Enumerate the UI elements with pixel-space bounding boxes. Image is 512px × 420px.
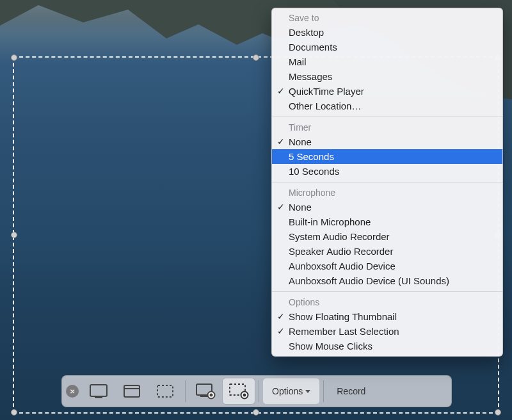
- menu-item-mail[interactable]: Mail: [272, 54, 502, 69]
- menu-item-none[interactable]: ✓None: [272, 134, 502, 149]
- record-label: Record: [337, 386, 365, 396]
- options-label: Options: [272, 386, 303, 396]
- options-menu: Save toDesktopDocumentsMailMessages✓Quic…: [271, 8, 503, 357]
- menu-item-label: Messages: [289, 71, 332, 82]
- menu-item-label: Show Floating Thumbnail: [289, 311, 397, 322]
- menu-item-label: Documents: [289, 42, 337, 52]
- record-entire-screen-button[interactable]: [189, 378, 221, 404]
- check-icon: ✓: [277, 202, 285, 212]
- check-icon: ✓: [277, 86, 285, 96]
- menu-item-desktop[interactable]: Desktop: [272, 25, 502, 40]
- menu-item-label: Remember Last Selection: [289, 326, 399, 337]
- menu-item-system-audio-recorder[interactable]: System Audio Recorder: [272, 229, 502, 244]
- chevron-down-icon: [305, 390, 310, 393]
- menu-item-label: 10 Seconds: [289, 166, 339, 177]
- menu-item-show-floating-thumbnail[interactable]: ✓Show Floating Thumbnail: [272, 309, 502, 324]
- menu-item-none[interactable]: ✓None: [272, 200, 502, 214]
- menu-header-save-to: Save to: [272, 11, 502, 25]
- monitor-icon: [89, 384, 108, 399]
- selection-icon: [156, 384, 175, 399]
- close-icon[interactable]: ✕: [66, 385, 79, 398]
- svg-rect-0: [90, 385, 107, 396]
- menu-item-speaker-audio-recorder[interactable]: Speaker Audio Recorder: [272, 244, 502, 259]
- capture-window-button[interactable]: [116, 378, 148, 404]
- menu-item-label: System Audio Recorder: [289, 231, 390, 242]
- menu-separator: [272, 182, 502, 182]
- menu-item-aunboxsoft-audio-device-ui-sounds[interactable]: Aunboxsoft Audio Device (UI Sounds): [272, 273, 502, 288]
- capture-entire-screen-button[interactable]: [83, 378, 115, 404]
- capture-selection-button[interactable]: [149, 378, 181, 404]
- menu-header-options: Options: [272, 295, 502, 309]
- svg-rect-1: [95, 397, 102, 398]
- menu-item-label: Built-in Microphone: [289, 216, 371, 227]
- menu-item-label: Speaker Audio Recorder: [289, 246, 393, 257]
- menu-item-label: Aunboxsoft Audio Device: [289, 261, 396, 271]
- check-icon: ✓: [277, 326, 285, 336]
- menu-separator: [272, 291, 502, 292]
- toolbar-separator: [185, 380, 186, 402]
- resize-handle-nw[interactable]: [11, 54, 17, 61]
- menu-header-timer: Timer: [272, 120, 502, 134]
- menu-item-label: Desktop: [289, 27, 324, 38]
- resize-handle-s[interactable]: [253, 409, 259, 416]
- menu-item-built-in-microphone[interactable]: Built-in Microphone: [272, 214, 502, 229]
- svg-rect-2: [124, 385, 140, 397]
- svg-rect-6: [200, 396, 208, 397]
- menu-item-label: Other Location…: [289, 101, 361, 111]
- menu-item-remember-last-selection[interactable]: ✓Remember Last Selection: [272, 324, 502, 339]
- menu-item-other-location[interactable]: Other Location…: [272, 99, 502, 113]
- menu-header-microphone: Microphone: [272, 186, 502, 200]
- resize-handle-n[interactable]: [253, 54, 259, 61]
- record-selection-button[interactable]: [223, 378, 255, 404]
- record-button[interactable]: Record: [328, 378, 374, 404]
- selection-record-icon: [228, 383, 249, 400]
- menu-item-label: QuickTime Player: [289, 86, 364, 97]
- desktop-wallpaper: ✕: [0, 0, 512, 420]
- menu-item-messages[interactable]: Messages: [272, 69, 502, 84]
- menu-item-show-mouse-clicks[interactable]: Show Mouse Clicks: [272, 339, 502, 353]
- menu-item-label: Show Mouse Clicks: [289, 341, 372, 351]
- toolbar-separator: [259, 380, 259, 402]
- menu-item-label: Mail: [289, 56, 307, 67]
- monitor-record-icon: [195, 383, 216, 400]
- menu-item-label: None: [289, 202, 312, 213]
- svg-point-8: [210, 394, 213, 397]
- menu-item-5-seconds[interactable]: 5 Seconds: [272, 149, 502, 164]
- menu-item-quicktime-player[interactable]: ✓QuickTime Player: [272, 84, 502, 99]
- menu-item-label: 5 Seconds: [289, 151, 334, 162]
- toolbar-separator: [323, 380, 324, 402]
- resize-handle-sw[interactable]: [11, 409, 17, 416]
- menu-separator: [272, 117, 502, 117]
- window-icon: [122, 384, 141, 399]
- menu-item-10-seconds[interactable]: 10 Seconds: [272, 164, 502, 179]
- check-icon: ✓: [277, 136, 285, 147]
- menu-item-label: None: [289, 136, 312, 147]
- menu-item-label: Aunboxsoft Audio Device (UI Sounds): [289, 275, 449, 286]
- menu-item-aunboxsoft-audio-device[interactable]: Aunboxsoft Audio Device: [272, 259, 502, 273]
- options-button[interactable]: Options: [263, 378, 319, 404]
- svg-point-11: [243, 394, 246, 397]
- check-icon: ✓: [277, 311, 285, 321]
- svg-rect-4: [157, 385, 173, 397]
- screenshot-toolbar: ✕: [61, 375, 452, 407]
- resize-handle-w[interactable]: [11, 232, 17, 238]
- menu-item-documents[interactable]: Documents: [272, 40, 502, 54]
- resize-handle-se[interactable]: [495, 409, 501, 416]
